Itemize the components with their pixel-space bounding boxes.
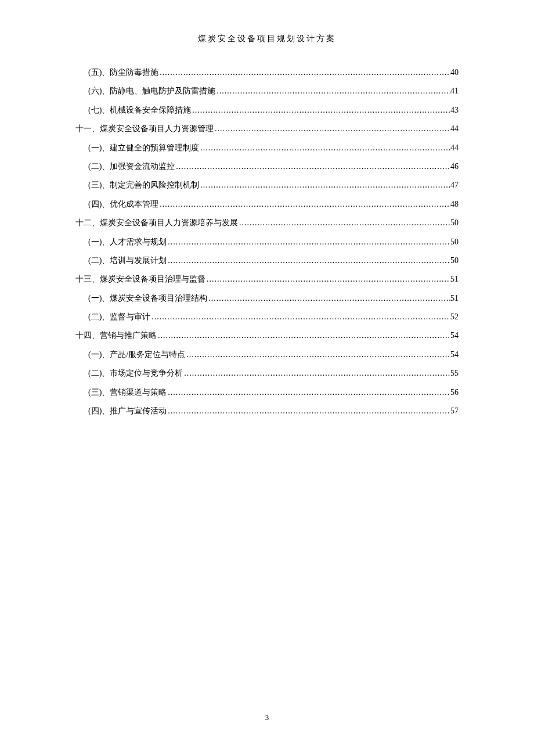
toc-leader-dots: ........................................… — [207, 292, 450, 305]
toc-page-number: 47 — [450, 179, 459, 192]
toc-entry: 十一、煤炭安全设备项目人力资源管理 ......................… — [75, 123, 459, 135]
toc-leader-dots: ........................................… — [191, 104, 450, 117]
toc-page-number: 56 — [450, 386, 459, 399]
toc-leader-dots: ........................................… — [167, 236, 450, 249]
toc-label: (六)、防静电、触电防护及防雷措施 — [88, 85, 215, 98]
toc-label: (一)、煤炭安全设备项目治理结构 — [88, 292, 207, 305]
toc-leader-dots: ........................................… — [158, 198, 450, 211]
table-of-contents: (五)、防尘防毒措施 .............................… — [75, 66, 459, 417]
toc-entry: (三)、营销渠道与策略 ............................… — [75, 386, 459, 399]
page-header-title: 煤炭安全设备项目规划设计方案 — [75, 34, 459, 44]
toc-leader-dots: ........................................… — [214, 123, 450, 135]
toc-entry: 十三、煤炭安全设备项目治理与监督 .......................… — [75, 273, 459, 286]
toc-label: (二)、监督与审计 — [88, 311, 150, 323]
toc-leader-dots: ........................................… — [199, 142, 450, 154]
toc-label: (三)、营销渠道与策略 — [88, 386, 167, 399]
toc-label: 十二、煤炭安全设备项目人力资源培养与发展 — [75, 217, 238, 229]
toc-page-number: 50 — [450, 254, 459, 267]
toc-leader-dots: ........................................… — [183, 367, 450, 380]
toc-entry: (一)、煤炭安全设备项目治理结构 .......................… — [75, 292, 459, 305]
toc-leader-dots: ........................................… — [205, 273, 450, 286]
toc-label: (二)、培训与发展计划 — [88, 254, 167, 267]
toc-entry: (七)、机械设备安全保障措施 .........................… — [75, 104, 459, 117]
toc-page-number: 50 — [450, 217, 459, 229]
toc-page-number: 54 — [450, 348, 459, 361]
toc-page-number: 43 — [450, 104, 459, 117]
toc-page-number: 44 — [450, 142, 459, 154]
toc-entry: (一)、产品/服务定位与特点 .........................… — [75, 348, 459, 361]
toc-entry: (一)、建立健全的预算管理制度 ........................… — [75, 142, 459, 154]
toc-page-number: 50 — [450, 236, 459, 249]
toc-label: (二)、市场定位与竞争分析 — [88, 367, 183, 380]
toc-entry: 十四、营销与推广策略 .............................… — [75, 329, 459, 342]
toc-label: (四)、推广与宣传活动 — [88, 405, 167, 417]
toc-leader-dots: ........................................… — [215, 85, 450, 98]
toc-leader-dots: ........................................… — [150, 311, 450, 323]
toc-page-number: 57 — [450, 405, 459, 417]
toc-label: (二)、加强资金流动监控 — [88, 160, 175, 173]
toc-label: (三)、制定完善的风险控制机制 — [88, 179, 199, 192]
toc-leader-dots: ........................................… — [238, 217, 450, 229]
toc-leader-dots: ........................................… — [199, 179, 450, 192]
toc-leader-dots: ........................................… — [167, 405, 450, 417]
toc-leader-dots: ........................................… — [167, 386, 450, 399]
toc-leader-dots: ........................................… — [185, 348, 450, 361]
toc-entry: (二)、市场定位与竞争分析 ..........................… — [75, 367, 459, 380]
toc-entry: (四)、推广与宣传活动 ............................… — [75, 405, 459, 417]
toc-label: 十四、营销与推广策略 — [75, 329, 157, 342]
toc-entry: (四)、优化成本管理 .............................… — [75, 198, 459, 211]
toc-label: 十一、煤炭安全设备项目人力资源管理 — [75, 123, 214, 135]
toc-page-number: 48 — [450, 198, 459, 211]
toc-leader-dots: ........................................… — [167, 254, 450, 267]
toc-label: (一)、建立健全的预算管理制度 — [88, 142, 199, 154]
toc-entry: (三)、制定完善的风险控制机制 ........................… — [75, 179, 459, 192]
toc-label: (一)、人才需求与规划 — [88, 236, 167, 249]
toc-label: (五)、防尘防毒措施 — [88, 66, 158, 79]
toc-page-number: 41 — [450, 85, 459, 98]
toc-leader-dots: ........................................… — [157, 329, 450, 342]
toc-page-number: 55 — [450, 367, 459, 380]
toc-entry: (五)、防尘防毒措施 .............................… — [75, 66, 459, 79]
toc-label: (一)、产品/服务定位与特点 — [88, 348, 185, 361]
document-page: 煤炭安全设备项目规划设计方案 (五)、防尘防毒措施 ..............… — [0, 0, 534, 417]
toc-page-number: 54 — [450, 329, 459, 342]
toc-page-number: 52 — [450, 311, 459, 323]
toc-label: (七)、机械设备安全保障措施 — [88, 104, 191, 117]
toc-label: 十三、煤炭安全设备项目治理与监督 — [75, 273, 205, 286]
toc-page-number: 51 — [450, 273, 459, 286]
toc-leader-dots: ........................................… — [175, 160, 450, 173]
toc-page-number: 44 — [450, 123, 459, 135]
toc-page-number: 40 — [450, 66, 459, 79]
toc-entry: (二)、加强资金流动监控 ...........................… — [75, 160, 459, 173]
toc-page-number: 46 — [450, 160, 459, 173]
footer-page-number: 3 — [0, 713, 534, 722]
toc-page-number: 51 — [450, 292, 459, 305]
toc-entry: (二)、培训与发展计划 ............................… — [75, 254, 459, 267]
toc-entry: (一)、人才需求与规划 ............................… — [75, 236, 459, 249]
toc-entry: (二)、监督与审计 ..............................… — [75, 311, 459, 323]
toc-leader-dots: ........................................… — [158, 66, 450, 79]
toc-entry: 十二、煤炭安全设备项目人力资源培养与发展 ...................… — [75, 217, 459, 229]
toc-label: (四)、优化成本管理 — [88, 198, 158, 211]
toc-entry: (六)、防静电、触电防护及防雷措施 ......................… — [75, 85, 459, 98]
